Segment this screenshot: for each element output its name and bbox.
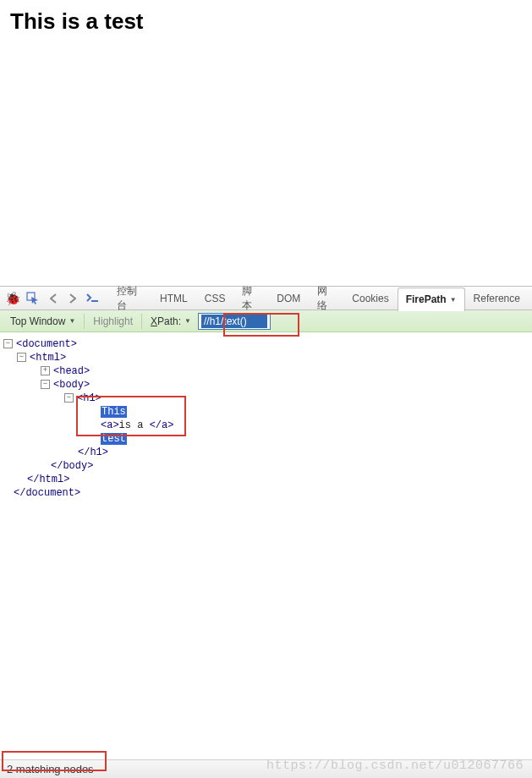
- tab-script[interactable]: 脚本: [233, 287, 268, 310]
- dom-h1-close[interactable]: </h1>: [78, 447, 108, 458]
- heading-text-3: test: [104, 8, 143, 34]
- back-button[interactable]: [44, 289, 63, 308]
- matched-text-1[interactable]: This: [101, 406, 127, 418]
- status-text: 2 matching nodes: [7, 763, 94, 775]
- forward-button[interactable]: [64, 289, 83, 308]
- firepath-toolbar: Top Window ▼ Highlight XPath: ▼: [0, 310, 532, 332]
- collapse-icon[interactable]: −: [3, 339, 13, 348]
- tab-console[interactable]: 控制台: [108, 287, 151, 310]
- xpath-input[interactable]: [201, 315, 267, 328]
- dom-a-close[interactable]: </a>: [150, 419, 174, 431]
- tab-dom[interactable]: DOM: [268, 287, 309, 310]
- dom-a-text[interactable]: is a: [119, 419, 150, 431]
- highlight-button[interactable]: Highlight: [88, 315, 138, 328]
- page-heading: This is a test: [10, 8, 522, 35]
- chevron-down-icon: ▼: [184, 317, 191, 325]
- page-content: This is a test: [0, 0, 532, 286]
- collapse-icon[interactable]: −: [41, 380, 50, 389]
- tab-reference[interactable]: Reference: [465, 287, 529, 310]
- collapse-icon[interactable]: −: [17, 353, 26, 362]
- heading-text-2: is a: [62, 8, 105, 34]
- tab-group: 控制台 HTML CSS 脚本 DOM 网络 Cookies FirePath …: [108, 287, 529, 310]
- command-line-icon[interactable]: [84, 289, 102, 308]
- dom-document-open[interactable]: <document>: [16, 338, 77, 350]
- dom-html-open[interactable]: <html>: [30, 352, 66, 364]
- chevron-down-icon: ▼: [69, 317, 75, 325]
- dom-body-open[interactable]: <body>: [53, 379, 90, 391]
- firebug-icon[interactable]: 🐞: [4, 289, 23, 308]
- dom-body-close[interactable]: </body>: [51, 460, 93, 472]
- dom-head[interactable]: <head>: [53, 365, 90, 377]
- chevron-down-icon: ▼: [450, 296, 457, 304]
- status-bar: 2 matching nodes: [0, 759, 532, 778]
- dom-a-open[interactable]: <a>: [101, 419, 119, 431]
- dom-html-close[interactable]: </html>: [27, 474, 69, 485]
- tab-cookies[interactable]: Cookies: [343, 287, 397, 310]
- devtools-panel: 🐞 控制台 HTML CSS 脚本 DOM 网络 Cookies FirePat…: [0, 286, 532, 505]
- context-selector[interactable]: Top Window ▼: [5, 315, 80, 328]
- tab-html[interactable]: HTML: [151, 287, 196, 310]
- dom-h1-open[interactable]: <h1>: [77, 392, 101, 404]
- xpath-selector[interactable]: XPath: ▼: [145, 315, 196, 328]
- devtools-toolbar: 🐞 控制台 HTML CSS 脚本 DOM 网络 Cookies FirePat…: [0, 287, 532, 310]
- tab-firepath-label: FirePath: [406, 293, 447, 305]
- context-label: Top Window: [10, 315, 65, 327]
- xpath-input-wrap: [198, 313, 271, 330]
- separator: [141, 314, 142, 329]
- collapse-icon[interactable]: −: [64, 393, 74, 403]
- dom-document-close[interactable]: </document>: [14, 487, 80, 499]
- matched-text-2[interactable]: test: [101, 433, 127, 445]
- xpath-label-underline: X: [151, 315, 157, 327]
- tab-css[interactable]: CSS: [196, 287, 234, 310]
- tab-network[interactable]: 网络: [309, 287, 343, 310]
- heading-text-1: This: [10, 8, 62, 34]
- inspect-icon[interactable]: [25, 289, 43, 308]
- expand-icon[interactable]: +: [41, 366, 50, 375]
- dom-tree[interactable]: −<document> −<html> +<head> −<body> −<h1…: [0, 332, 532, 505]
- tab-firepath[interactable]: FirePath ▼: [398, 288, 465, 311]
- separator: [84, 314, 85, 329]
- xpath-label: Path:: [157, 315, 181, 327]
